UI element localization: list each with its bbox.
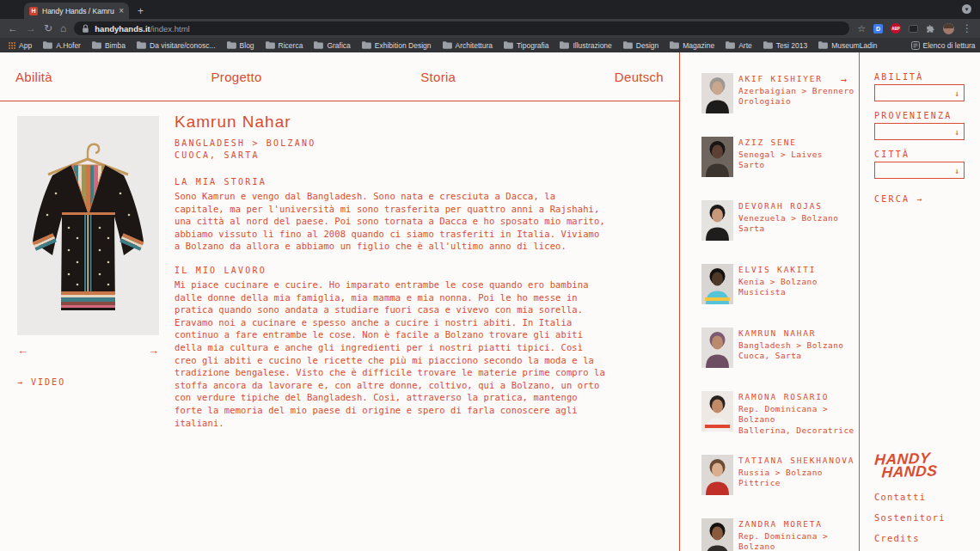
bookmark-item[interactable]: Illustrazione — [560, 41, 611, 50]
folder-icon — [443, 41, 452, 49]
reading-list-button[interactable]: Elenco di lettura — [911, 41, 976, 50]
lock-icon — [82, 24, 89, 34]
nav-item-deutsch[interactable]: Deutsch — [615, 70, 664, 84]
filters-spacer — [874, 204, 965, 452]
extensions-puzzle-icon[interactable] — [926, 24, 935, 34]
extension-dark-icon[interactable] — [909, 25, 918, 33]
person-info: AZIZ SENE Senegal > Laives Sarto — [738, 137, 823, 177]
bookmark-label: App — [19, 41, 32, 50]
citta-select[interactable]: ↓ — [874, 162, 965, 179]
bookmark-label: Ricerca — [279, 41, 303, 50]
logo-line2: HANDS — [881, 463, 965, 479]
chevron-down-icon: ↓ — [954, 89, 959, 98]
story-title: LA MIA STORIA — [175, 177, 617, 187]
work-title: IL MIO LAVORO — [175, 266, 617, 275]
back-button[interactable]: ← — [8, 23, 18, 34]
abilita-label: ABILITÀ — [874, 73, 965, 82]
profile-text: Kamrun Nahar BANGLADESH > BOLZANO CUOCA,… — [175, 113, 617, 429]
reload-button[interactable]: ↻ — [44, 23, 52, 34]
list-item-person[interactable]: RAMONA ROSARIO Rep. Dominicana > Bolzano… — [701, 391, 859, 432]
new-tab-button[interactable]: + — [138, 5, 144, 19]
next-image-arrow[interactable]: → — [148, 344, 159, 357]
cerca-button[interactable]: CERCA → — [874, 194, 965, 204]
list-item-person[interactable]: ZANDRA MORETA Rep. Dominicana > Bolzano … — [701, 518, 859, 551]
footer-link-credits[interactable]: Credits — [874, 533, 965, 543]
profile-route: BANGLADESH > BOLZANO — [175, 138, 617, 150]
bookmark-item[interactable]: Magazine — [670, 41, 714, 50]
menu-icon[interactable]: ⋮ — [962, 23, 972, 34]
main-column: Abilità Progetto Storia Deutsch — [0, 52, 679, 551]
bookmark-item[interactable]: Grafica — [314, 41, 350, 50]
avatar — [701, 73, 733, 113]
nav-item-storia[interactable]: Storia — [420, 70, 456, 84]
url-domain: handyhands.it — [95, 24, 150, 34]
profile-avatar[interactable] — [943, 23, 954, 34]
person-route: Russia > Bolzano — [738, 468, 854, 479]
folder-icon — [137, 41, 146, 49]
person-roles: Cuoca, Sarta — [738, 351, 843, 362]
video-link[interactable]: → VIDEO — [17, 377, 175, 387]
forward-button[interactable]: → — [26, 23, 36, 34]
footer-link-sostenitori[interactable]: Sostenitori — [874, 512, 965, 523]
tab-strip: H Handy Hands / Kamrun × + ▾ — [0, 0, 980, 19]
bookmark-item[interactable]: App — [9, 41, 32, 50]
list-item-person[interactable]: DEVORAH ROJAS Venezuela > Bolzano Sarta — [701, 200, 859, 241]
folder-icon — [763, 41, 773, 49]
person-name: AKIF KISHIYER — [738, 74, 854, 85]
nav-item-abilita[interactable]: Abilità — [15, 70, 52, 84]
tab-close-icon[interactable]: × — [119, 7, 124, 15]
person-name: ZANDRA MORETA — [738, 519, 859, 530]
list-item-person[interactable]: TATIANA SHEKHANOVA Russia > Bolzano Pitt… — [701, 455, 859, 495]
folder-icon — [504, 41, 513, 49]
extension-d-icon[interactable]: D — [873, 24, 883, 34]
address-bar[interactable]: handyhands.it/index.html — [74, 21, 849, 35]
bookmark-label: Tesi 2013 — [776, 41, 807, 50]
bookmark-item[interactable]: Design — [623, 41, 658, 50]
person-roles: Musicista — [738, 287, 818, 298]
folder-icon — [266, 41, 275, 49]
bookmark-item[interactable]: Ricerca — [266, 41, 303, 50]
tab-search-icon[interactable]: ▾ — [962, 4, 971, 14]
list-item-person[interactable]: KAMRUN NAHAR Bangladesh > Bolzano Cuoca,… — [701, 328, 859, 368]
nav-item-progetto[interactable]: Progetto — [211, 70, 262, 84]
person-roles: Orologiaio — [738, 96, 854, 107]
person-route: Kenia > Bolzano — [738, 277, 818, 288]
list-item-person[interactable]: AZIZ SENE Senegal > Laives Sarto — [701, 137, 859, 177]
person-roles: Pittrice — [738, 478, 854, 489]
apps-grid-icon — [9, 42, 15, 49]
arrow-right-icon: → — [841, 74, 847, 86]
browser-tab[interactable]: H Handy Hands / Kamrun × — [24, 3, 129, 19]
bookmark-item[interactable]: A.Hofer — [43, 41, 81, 50]
person-info: TATIANA SHEKHANOVA Russia > Bolzano Pitt… — [738, 455, 854, 495]
bookmark-item[interactable]: Arte — [726, 41, 752, 50]
extension-abp-icon[interactable]: ABP — [891, 23, 901, 34]
bookmarks-bar: App A.Hofer Bimba Da visitare/conosc... … — [0, 38, 980, 52]
bookmark-item[interactable]: Architettura — [443, 41, 493, 50]
home-button[interactable]: ⌂ — [60, 23, 66, 34]
list-item-person[interactable]: AKIF KISHIYER Azerbaigian > Brennero Oro… — [701, 73, 859, 113]
person-route: Bangladesh > Bolzano — [738, 340, 843, 352]
folder-icon — [818, 41, 828, 49]
prev-image-arrow[interactable]: ← — [17, 344, 28, 357]
bookmark-item[interactable]: Blog — [227, 41, 254, 50]
bookmark-star-icon[interactable]: ☆ — [857, 23, 866, 34]
bookmark-item[interactable]: Bimba — [92, 41, 126, 50]
bookmark-item[interactable]: MuseumLadin — [818, 41, 877, 50]
bookmark-item[interactable]: Tesi 2013 — [763, 41, 807, 50]
bookmarks-list: App A.Hofer Bimba Da visitare/conosc... … — [9, 41, 878, 50]
bookmark-item[interactable]: Da visitare/conosc... — [137, 41, 216, 50]
footer-link-contatti[interactable]: Contatti — [874, 492, 965, 502]
list-item-person[interactable]: ELVIS KAKITI Kenia > Bolzano Musicista — [701, 264, 859, 304]
person-roles: Ballerina, Decoratrice — [738, 425, 859, 437]
provenienza-select[interactable]: ↓ — [874, 123, 965, 140]
site-nav: Abilità Progetto Storia Deutsch — [0, 52, 679, 101]
abilita-select[interactable]: ↓ — [874, 84, 965, 101]
bookmark-label: MuseumLadin — [831, 41, 877, 50]
bookmark-label: Design — [636, 41, 658, 50]
bookmark-item[interactable]: Tipografia — [504, 41, 548, 50]
person-name: ELVIS KAKITI — [738, 265, 818, 276]
bookmark-item[interactable]: Exhibition Design — [362, 41, 432, 50]
browser-toolbar: ← → ↻ ⌂ handyhands.it/index.html ☆ D ABP… — [0, 19, 980, 38]
handy-hands-logo[interactable]: HANDY HANDS — [873, 450, 965, 480]
reading-list-icon — [911, 41, 920, 50]
